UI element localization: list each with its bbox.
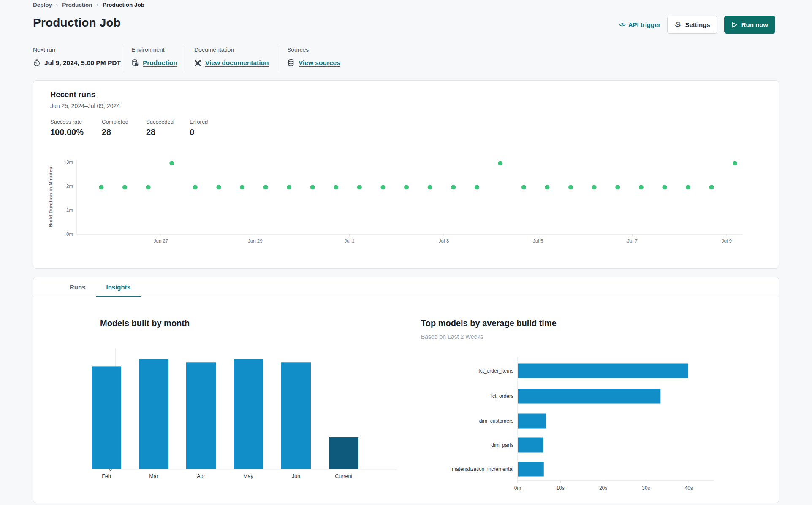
chevron-right-icon: › — [56, 2, 58, 8]
build-duration-chart: 0m1m2m3mBuild Duration in MinutesJun 27J… — [33, 156, 779, 251]
run-now-button[interactable]: Run now — [724, 16, 775, 34]
run-scatter-point[interactable] — [662, 185, 667, 189]
run-scatter-point[interactable] — [404, 185, 409, 189]
models-by-month-chart: 05001000FebMarAprMayJunCurrent — [51, 346, 397, 481]
environment-link[interactable]: Production — [143, 59, 177, 67]
month-bar-jun — [281, 362, 311, 469]
x-tick-label: Jul 3 — [439, 238, 449, 243]
stat-succeeded: Succeeded28 — [146, 119, 190, 137]
run-scatter-point[interactable] — [428, 185, 432, 189]
breadcrumb-item-deploy[interactable]: Deploy — [33, 2, 52, 8]
run-scatter-point[interactable] — [592, 185, 597, 189]
run-scatter-point[interactable] — [451, 185, 456, 189]
x-tick-label: Jul 5 — [533, 238, 543, 243]
settings-button[interactable]: ⚙ Settings — [667, 16, 717, 34]
api-trigger-link[interactable]: </> API trigger — [619, 21, 661, 28]
run-scatter-point[interactable] — [240, 185, 244, 189]
meta-next-run: Next run Jul 9, 2024, 5:00 PM PDT — [33, 46, 121, 67]
run-scatter-point[interactable] — [287, 185, 291, 189]
run-scatter-point[interactable] — [709, 185, 714, 189]
run-scatter-point[interactable] — [568, 185, 573, 189]
gear-icon: ⚙ — [674, 21, 681, 29]
next-run-label: Next run — [33, 46, 121, 53]
run-scatter-point[interactable] — [615, 185, 620, 189]
meta-environment: Environment Production — [131, 46, 177, 67]
model-label: fct_order_items — [478, 368, 513, 374]
page-title: Production Job — [33, 16, 121, 30]
run-scatter-point[interactable] — [263, 185, 268, 189]
chevron-right-icon: › — [97, 2, 98, 8]
x-tick-label: 30s — [642, 485, 650, 491]
run-scatter-point[interactable] — [639, 185, 644, 189]
stat-label: Completed — [102, 119, 146, 125]
top-models-title: Top models by average build time — [421, 319, 557, 328]
play-icon — [731, 22, 738, 28]
view-documentation-link[interactable]: View documentation — [205, 59, 269, 67]
stat-label: Succeeded — [146, 119, 190, 125]
x-tick-label: Jul 7 — [627, 238, 637, 243]
run-scatter-point[interactable] — [475, 185, 479, 189]
model-bar-dim_parts — [518, 438, 543, 453]
x-category-label: Current — [335, 473, 353, 479]
run-scatter-point[interactable] — [380, 185, 385, 189]
recent-runs-card: Recent runs Jun 25, 2024–Jul 09, 2024 Su… — [33, 80, 779, 269]
model-bar-materialization_incremental — [518, 462, 544, 477]
month-bar-apr — [186, 362, 216, 469]
stat-errored: Errored0 — [190, 119, 208, 137]
run-scatter-point[interactable] — [216, 185, 221, 189]
model-label: dim_customers — [479, 418, 513, 424]
month-bar-current — [329, 437, 358, 469]
stat-value: 28 — [146, 127, 190, 137]
tab-insights[interactable]: Insights — [96, 277, 141, 297]
month-bar-feb — [92, 366, 121, 469]
run-scatter-point[interactable] — [99, 185, 104, 189]
model-bar-dim_customers — [518, 414, 546, 429]
insights-card: RunsInsights Models built by month 05001… — [33, 277, 779, 503]
view-sources-link[interactable]: View sources — [299, 59, 340, 67]
y-axis-label: Build Duration in Minutes — [48, 167, 53, 227]
documentation-label: Documentation — [194, 46, 269, 53]
x-category-label: May — [243, 473, 253, 479]
y-tick-label: 3m — [66, 159, 73, 165]
run-scatter-point[interactable] — [686, 185, 690, 189]
api-trigger-label: API trigger — [628, 21, 661, 28]
stat-label: Errored — [190, 119, 208, 125]
run-scatter-point[interactable] — [521, 185, 526, 189]
stat-completed: Completed28 — [102, 119, 146, 137]
y-tick-label: 2m — [66, 184, 73, 189]
environment-icon — [131, 59, 139, 67]
stat-label: Success rate — [50, 119, 102, 125]
run-scatter-point[interactable] — [733, 161, 737, 165]
y-tick-label: 1m — [66, 208, 73, 213]
sources-label: Sources — [287, 46, 340, 53]
run-scatter-point[interactable] — [169, 161, 174, 165]
run-scatter-point[interactable] — [146, 185, 151, 189]
recent-runs-stats: Success rate100.00%Completed28Succeeded2… — [50, 119, 208, 137]
run-scatter-point[interactable] — [357, 185, 362, 189]
breadcrumb-item-production[interactable]: Production — [62, 2, 92, 8]
run-scatter-point[interactable] — [122, 185, 127, 189]
recent-runs-title: Recent runs — [50, 90, 95, 99]
model-bar-fct_order_items — [518, 364, 688, 378]
next-run-value: Jul 9, 2024, 5:00 PM PDT — [44, 59, 121, 67]
database-icon — [287, 59, 295, 67]
run-scatter-point[interactable] — [498, 161, 502, 165]
model-label: fct_orders — [491, 393, 513, 399]
run-scatter-point[interactable] — [334, 185, 338, 189]
breadcrumb: Deploy›Production›Production Job — [33, 2, 144, 8]
header-actions: </> API trigger ⚙ Settings Run now — [619, 16, 775, 34]
tab-runs[interactable]: Runs — [70, 277, 86, 297]
dbt-docs-icon — [194, 59, 201, 67]
model-bar-fct_orders — [518, 389, 660, 404]
model-label: materialization_incremental — [452, 466, 513, 472]
recent-runs-date-range: Jun 25, 2024–Jul 09, 2024 — [50, 103, 120, 109]
divider — [185, 46, 185, 73]
stat-value: 0 — [190, 127, 208, 137]
run-scatter-point[interactable] — [310, 185, 315, 189]
month-bar-mar — [139, 359, 168, 469]
run-scatter-point[interactable] — [193, 185, 198, 189]
stat-success-rate: Success rate100.00% — [50, 119, 102, 137]
x-tick-label: 20s — [599, 485, 607, 491]
run-scatter-point[interactable] — [545, 185, 550, 189]
tab-row: RunsInsights — [33, 277, 779, 297]
